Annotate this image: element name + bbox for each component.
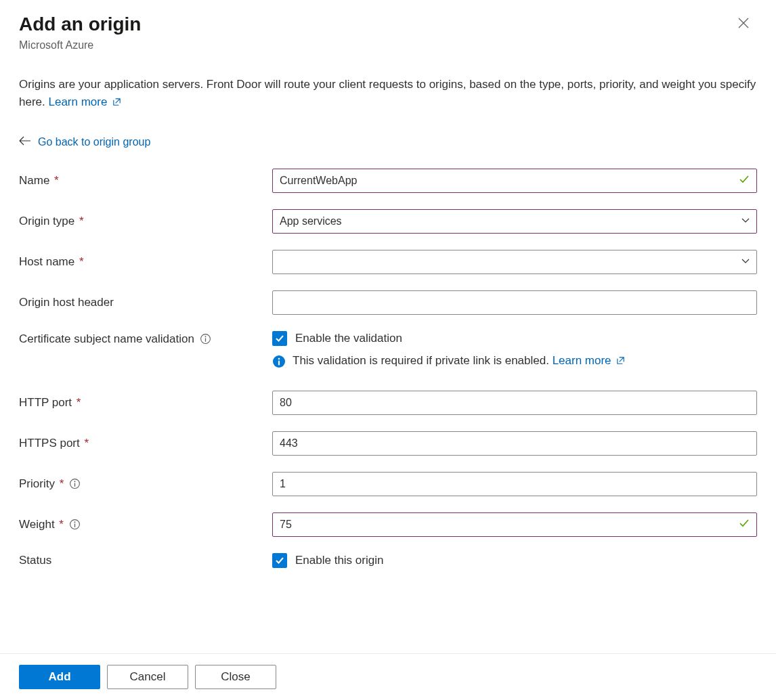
status-checkbox-label: Enable this origin — [295, 554, 383, 567]
info-icon[interactable] — [200, 333, 211, 345]
weight-input[interactable] — [272, 512, 757, 537]
cert-validation-learn-more-label: Learn more — [553, 354, 611, 367]
row-cert-validation: Certificate subject name validation Enab… — [19, 331, 757, 369]
label-status-text: Status — [19, 554, 51, 567]
label-cert-validation-text: Certificate subject name validation — [19, 332, 194, 346]
label-http-port: HTTP port * — [19, 396, 272, 410]
row-host-name: Host name * — [19, 250, 757, 274]
row-priority: Priority * — [19, 472, 757, 496]
row-status: Status Enable this origin — [19, 553, 757, 568]
learn-more-link[interactable]: Learn more — [48, 95, 122, 108]
row-origin-host-header: Origin host header — [19, 290, 757, 315]
row-origin-type: Origin type * — [19, 209, 757, 234]
required-star: * — [81, 437, 89, 450]
cert-validation-learn-more-link[interactable]: Learn more — [553, 354, 626, 367]
page-subtitle: Microsoft Azure — [19, 39, 757, 51]
row-weight: Weight * — [19, 512, 757, 537]
cert-validation-checkbox-label: Enable the validation — [295, 332, 402, 345]
svg-point-4 — [278, 357, 280, 359]
svg-rect-5 — [278, 360, 280, 365]
cert-validation-info: This validation is required if private l… — [272, 354, 757, 369]
label-origin-type: Origin type * — [19, 215, 272, 228]
label-status: Status — [19, 554, 272, 567]
row-name: Name * — [19, 169, 757, 193]
label-origin-type-text: Origin type — [19, 215, 74, 227]
label-https-port-text: HTTPS port — [19, 437, 80, 450]
back-link-row[interactable]: Go back to origin group — [19, 136, 757, 148]
label-cert-validation: Certificate subject name validation — [19, 331, 272, 346]
external-link-icon — [616, 355, 626, 369]
svg-rect-2 — [205, 338, 206, 342]
external-link-icon — [112, 95, 122, 112]
label-name-text: Name — [19, 174, 49, 187]
label-weight: Weight * — [19, 518, 272, 531]
label-origin-host-header-text: Origin host header — [19, 296, 114, 309]
host-name-select[interactable] — [272, 250, 757, 274]
name-input[interactable] — [272, 169, 757, 193]
info-icon[interactable] — [69, 478, 81, 489]
http-port-input[interactable] — [272, 391, 757, 415]
label-name: Name * — [19, 174, 272, 188]
svg-rect-11 — [74, 524, 75, 527]
label-host-name: Host name * — [19, 255, 272, 269]
label-https-port: HTTPS port * — [19, 437, 272, 450]
description-body: Origins are your application servers. Fr… — [19, 78, 756, 108]
https-port-input[interactable] — [272, 431, 757, 456]
priority-input[interactable] — [272, 472, 757, 496]
required-star: * — [76, 215, 83, 227]
label-host-name-text: Host name — [19, 255, 74, 268]
svg-point-7 — [74, 481, 76, 483]
required-star: * — [51, 174, 58, 187]
cert-validation-checkbox[interactable] — [272, 331, 287, 346]
close-icon[interactable] — [734, 14, 753, 32]
required-star: * — [56, 477, 64, 490]
page-title: Add an origin — [19, 14, 757, 35]
label-origin-host-header: Origin host header — [19, 296, 272, 309]
back-link[interactable]: Go back to origin group — [38, 136, 150, 148]
label-priority: Priority * — [19, 477, 272, 491]
info-icon[interactable] — [69, 519, 81, 530]
origin-host-header-input[interactable] — [272, 290, 757, 315]
row-http-port: HTTP port * — [19, 391, 757, 415]
learn-more-label: Learn more — [48, 95, 107, 108]
cert-validation-info-text: This validation is required if private l… — [293, 354, 553, 367]
label-weight-text: Weight — [19, 518, 55, 531]
svg-point-10 — [74, 522, 75, 523]
label-priority-text: Priority — [19, 477, 55, 490]
required-star: * — [76, 255, 83, 268]
description-text: Origins are your application servers. Fr… — [19, 76, 757, 113]
label-http-port-text: HTTP port — [19, 396, 72, 409]
svg-point-1 — [204, 336, 206, 338]
status-checkbox[interactable] — [272, 553, 287, 568]
info-filled-icon — [272, 355, 286, 368]
origin-type-select[interactable] — [272, 209, 757, 234]
arrow-left-icon — [19, 136, 31, 148]
row-https-port: HTTPS port * — [19, 431, 757, 456]
required-star: * — [73, 396, 81, 409]
required-star: * — [56, 518, 64, 531]
svg-rect-8 — [74, 483, 75, 487]
